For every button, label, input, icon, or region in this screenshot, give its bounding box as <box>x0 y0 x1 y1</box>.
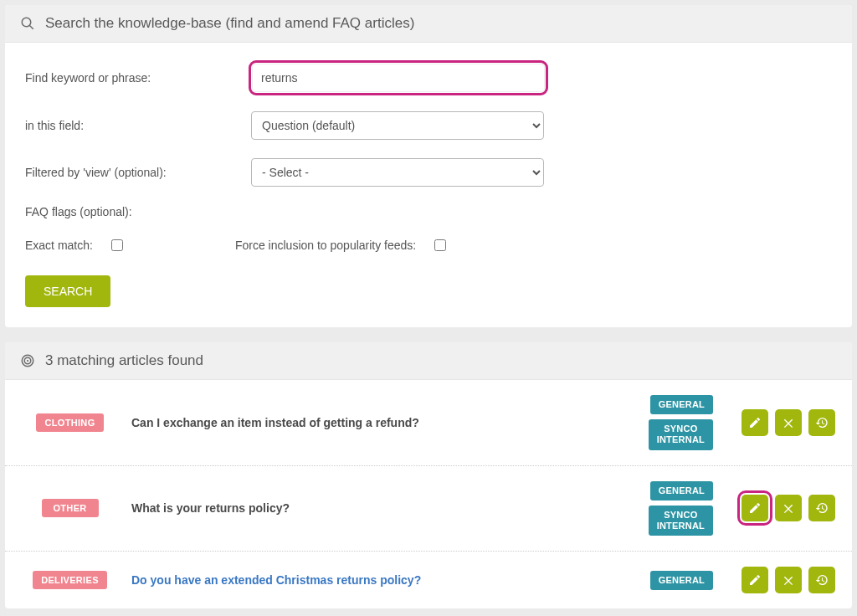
force-inclusion-group: Force inclusion to popularity feeds: <box>235 237 449 254</box>
label-view: Filtered by 'view' (optional): <box>25 166 251 179</box>
force-inclusion-checkbox[interactable] <box>434 239 446 251</box>
delete-icon <box>782 416 795 429</box>
category-tag: CLOTHING <box>36 413 103 432</box>
delete-icon <box>782 573 795 587</box>
result-question[interactable]: Do you have an extended Christmas return… <box>131 573 637 587</box>
category-col: DELIVERIES <box>22 571 118 589</box>
result-row: CLOTHINGCan I exchange an item instead o… <box>5 380 852 466</box>
row-view: Filtered by 'view' (optional): - Select … <box>25 158 832 187</box>
history-button[interactable] <box>808 409 835 436</box>
search-panel-header: Search the knowledge-base (find and amen… <box>5 5 852 43</box>
label-keyword: Find keyword or phrase: <box>25 71 251 85</box>
result-actions <box>726 495 835 521</box>
label-field: in this field: <box>25 119 251 132</box>
row-flags: FAQ flags (optional): <box>25 205 832 218</box>
category-tag: OTHER <box>42 499 99 517</box>
edit-button[interactable] <box>742 567 768 593</box>
result-question: Can I exchange an item instead of gettin… <box>131 416 635 429</box>
svg-point-2 <box>27 360 28 362</box>
result-badges: GENERALSYNCOINTERNAL <box>649 395 713 450</box>
view-badge: GENERAL <box>650 481 713 501</box>
results-panel: 3 matching articles found CLOTHINGCan I … <box>5 342 852 608</box>
results-panel-header: 3 matching articles found <box>5 342 852 380</box>
exact-match-group: Exact match: <box>25 237 126 254</box>
results-list: CLOTHINGCan I exchange an item instead o… <box>5 380 852 608</box>
row-field: in this field: Question (default) <box>25 111 832 140</box>
search-icon <box>20 16 35 31</box>
category-tag: DELIVERIES <box>33 571 107 589</box>
history-icon <box>815 573 829 587</box>
history-button[interactable] <box>808 567 835 593</box>
field-select[interactable]: Question (default) <box>251 111 544 140</box>
result-row: DELIVERIESDo you have an extended Christ… <box>5 552 852 608</box>
delete-icon <box>782 501 795 515</box>
edit-icon <box>748 501 762 515</box>
label-flags: FAQ flags (optional): <box>25 205 251 218</box>
history-icon <box>815 501 829 515</box>
row-keyword: Find keyword or phrase: <box>25 63 832 93</box>
result-badges: GENERALSYNCOINTERNAL <box>649 481 713 536</box>
category-col: CLOTHING <box>22 413 118 432</box>
label-exact: Exact match: <box>25 239 93 252</box>
search-panel: Search the knowledge-base (find and amen… <box>5 5 852 327</box>
edit-button[interactable] <box>742 495 768 521</box>
edit-icon <box>748 416 762 429</box>
view-badge: GENERAL <box>650 395 713 414</box>
result-question: What is your returns policy? <box>131 501 635 515</box>
history-icon <box>815 416 829 429</box>
delete-button[interactable] <box>775 567 802 593</box>
view-badge: SYNCOINTERNAL <box>649 506 713 536</box>
row-checks: Exact match: Force inclusion to populari… <box>25 237 832 254</box>
result-badges: GENERAL <box>650 571 713 590</box>
edit-button[interactable] <box>742 409 768 436</box>
target-icon <box>20 353 35 368</box>
delete-button[interactable] <box>775 495 802 521</box>
view-badge: GENERAL <box>650 571 713 590</box>
category-col: OTHER <box>22 499 118 517</box>
results-panel-title: 3 matching articles found <box>45 352 203 369</box>
result-row: OTHERWhat is your returns policy?GENERAL… <box>5 466 852 552</box>
search-button[interactable]: SEARCH <box>25 275 110 307</box>
result-actions <box>726 409 835 436</box>
search-form: Find keyword or phrase: in this field: Q… <box>5 43 852 327</box>
delete-button[interactable] <box>775 409 802 436</box>
search-panel-title: Search the knowledge-base (find and amen… <box>45 15 414 32</box>
view-badge: SYNCOINTERNAL <box>649 419 713 449</box>
exact-match-checkbox[interactable] <box>111 239 123 251</box>
keyword-highlight <box>251 63 546 93</box>
edit-icon <box>748 573 762 587</box>
history-button[interactable] <box>808 495 835 521</box>
label-force: Force inclusion to popularity feeds: <box>235 239 416 252</box>
view-select[interactable]: - Select - <box>251 158 544 187</box>
keyword-input[interactable] <box>252 64 545 92</box>
result-actions <box>726 567 835 593</box>
